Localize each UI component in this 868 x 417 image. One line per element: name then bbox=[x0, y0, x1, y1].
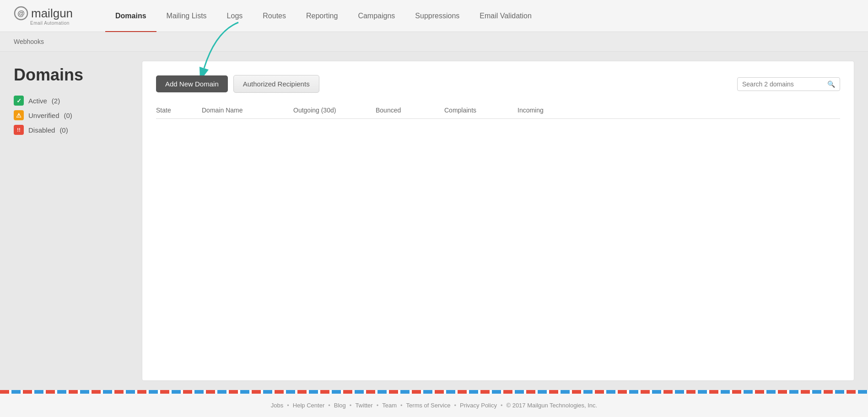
nav-item-routes[interactable]: Routes bbox=[253, 1, 296, 32]
col-outgoing: Outgoing (30d) bbox=[293, 107, 376, 114]
footer: Jobs • Help Center • Blog • Twitter • Te… bbox=[0, 394, 868, 417]
logo-subtitle: Email Automation bbox=[30, 21, 87, 26]
nav-item-reporting[interactable]: Reporting bbox=[296, 1, 348, 32]
nav-item-domains[interactable]: Domains bbox=[105, 1, 156, 32]
filter-active-count: (2) bbox=[52, 97, 60, 105]
footer-privacy[interactable]: Privacy Policy bbox=[460, 402, 497, 409]
authorized-recipients-button[interactable]: Authorized Recipients bbox=[233, 75, 319, 93]
nav-item-mailing-lists[interactable]: Mailing Lists bbox=[156, 1, 217, 32]
svg-text:@: @ bbox=[17, 10, 25, 17]
col-incoming: Incoming bbox=[518, 107, 586, 114]
sub-nav: Webhooks bbox=[0, 32, 868, 52]
footer-team[interactable]: Team bbox=[382, 402, 397, 409]
logo-brand: mailgun bbox=[31, 6, 73, 21]
sub-nav-webhooks[interactable]: Webhooks bbox=[14, 38, 44, 45]
footer-blog[interactable]: Blog bbox=[334, 402, 346, 409]
filter-disabled[interactable]: !! Disabled (0) bbox=[14, 125, 128, 135]
nav-item-email-validation[interactable]: Email Validation bbox=[469, 1, 542, 32]
search-box: 🔍 bbox=[737, 77, 840, 91]
footer-twitter[interactable]: Twitter bbox=[355, 402, 372, 409]
footer-terms[interactable]: Terms of Service bbox=[406, 402, 451, 409]
footer-dot-2: • bbox=[328, 402, 330, 409]
active-icon: ✓ bbox=[14, 96, 24, 106]
search-icon: 🔍 bbox=[827, 80, 835, 88]
footer-dot-3: • bbox=[350, 402, 352, 409]
filter-active-label: Active bbox=[28, 97, 47, 105]
filter-unverified-label: Unverified bbox=[28, 112, 59, 119]
header: @ mailgun Email Automation Domains Maili… bbox=[0, 0, 868, 32]
sidebar: Domains ✓ Active (2) ⚠ Unverified (0) !!… bbox=[14, 61, 128, 381]
footer-copyright: © 2017 Mailgun Technologies, Inc. bbox=[506, 402, 597, 409]
content-panel: Add New Domain Authorized Recipients 🔍 S… bbox=[142, 61, 854, 381]
filter-active[interactable]: ✓ Active (2) bbox=[14, 96, 128, 106]
footer-dot-7: • bbox=[501, 402, 503, 409]
footer-jobs[interactable]: Jobs bbox=[271, 402, 283, 409]
footer-dot-1: • bbox=[287, 402, 289, 409]
main-nav: Domains Mailing Lists Logs Routes Report… bbox=[105, 0, 542, 32]
main-content: Domains ✓ Active (2) ⚠ Unverified (0) !!… bbox=[0, 52, 868, 390]
toolbar-wrapper: Add New Domain Authorized Recipients 🔍 bbox=[156, 75, 840, 93]
toolbar: Add New Domain Authorized Recipients 🔍 bbox=[156, 75, 840, 93]
filter-unverified[interactable]: ⚠ Unverified (0) bbox=[14, 110, 128, 120]
logo: @ mailgun Email Automation bbox=[14, 6, 87, 26]
filter-unverified-count: (0) bbox=[64, 112, 72, 119]
table-body bbox=[156, 123, 840, 261]
unverified-icon: ⚠ bbox=[14, 110, 24, 120]
add-domain-button[interactable]: Add New Domain bbox=[156, 75, 228, 92]
col-state: State bbox=[156, 107, 202, 114]
airmail-border bbox=[0, 390, 868, 394]
filter-list: ✓ Active (2) ⚠ Unverified (0) !! Disable… bbox=[14, 96, 128, 135]
logo-icon: @ bbox=[14, 6, 28, 21]
col-complaints: Complaints bbox=[444, 107, 518, 114]
page-title: Domains bbox=[14, 65, 128, 85]
disabled-icon: !! bbox=[14, 125, 24, 135]
nav-item-logs[interactable]: Logs bbox=[217, 1, 253, 32]
footer-dot-4: • bbox=[377, 402, 379, 409]
footer-dot-6: • bbox=[454, 402, 456, 409]
footer-help-center[interactable]: Help Center bbox=[293, 402, 324, 409]
col-bounced: Bounced bbox=[376, 107, 444, 114]
nav-item-suppressions[interactable]: Suppressions bbox=[405, 1, 469, 32]
logo-main: @ mailgun bbox=[14, 6, 87, 21]
footer-dot-5: • bbox=[400, 402, 403, 409]
filter-disabled-count: (0) bbox=[59, 126, 68, 134]
search-input[interactable] bbox=[742, 80, 825, 88]
filter-disabled-label: Disabled bbox=[28, 126, 55, 134]
nav-item-campaigns[interactable]: Campaigns bbox=[348, 1, 405, 32]
col-domain-name: Domain Name bbox=[202, 107, 293, 114]
footer-links: Jobs • Help Center • Blog • Twitter • Te… bbox=[14, 402, 854, 409]
table-header: State Domain Name Outgoing (30d) Bounced… bbox=[156, 107, 840, 119]
